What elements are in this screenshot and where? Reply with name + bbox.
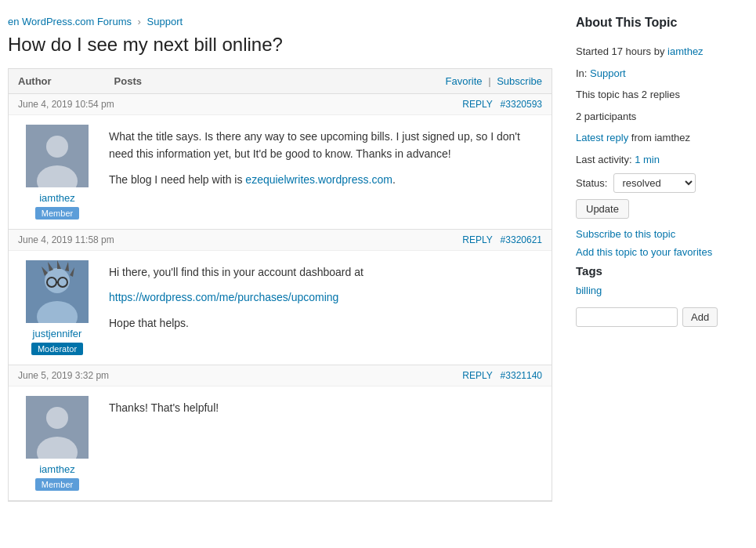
page-title: How do I see my next bill online? bbox=[8, 34, 552, 56]
post-date: June 5, 2019 3:32 pm bbox=[18, 370, 109, 381]
post-meta-bar: June 4, 2019 10:54 pm REPLY #3320593 bbox=[9, 94, 552, 115]
avatar bbox=[26, 396, 89, 459]
status-select[interactable]: resolved not resolved unresolved bbox=[613, 173, 696, 193]
sidebar: About This Topic Started 17 hours by iam… bbox=[576, 16, 740, 502]
svg-point-4 bbox=[45, 268, 70, 293]
post-content: iamthez Member Thanks! That's helpful! bbox=[9, 387, 552, 500]
post-date: June 4, 2019 10:54 pm bbox=[18, 99, 114, 110]
add-tag-input[interactable] bbox=[576, 307, 678, 327]
post-text-2: https://wordpress.com/me/purchases/upcom… bbox=[109, 289, 542, 306]
post-text: What the title says. Is there any way to… bbox=[109, 128, 542, 163]
tag-billing[interactable]: billing bbox=[576, 285, 602, 296]
post-meta-bar: June 5, 2019 3:32 pm REPLY #3321140 bbox=[9, 365, 552, 387]
author-role: Member bbox=[35, 478, 79, 491]
forum-table: Author Posts Favorite | Subscribe June 4… bbox=[8, 68, 552, 502]
reply-link[interactable]: REPLY bbox=[462, 234, 492, 245]
author-role: Member bbox=[35, 207, 79, 220]
breadcrumb: en WordPress.com Forums › Support bbox=[8, 16, 552, 27]
section-link[interactable]: Support bbox=[590, 67, 626, 79]
replies-text: This topic has 2 replies bbox=[576, 87, 740, 103]
post-body: Hi there, you'll find this in your accou… bbox=[109, 260, 542, 355]
post-meta-bar: June 4, 2019 11:58 pm REPLY #3320621 bbox=[9, 230, 552, 251]
post-date: June 4, 2019 11:58 pm bbox=[18, 234, 114, 245]
author-name[interactable]: justjennifer bbox=[33, 328, 82, 339]
status-row: Status: resolved not resolved unresolved bbox=[576, 173, 740, 193]
tags-title: Tags bbox=[576, 264, 740, 278]
in-section: In: Support bbox=[576, 66, 740, 82]
col-posts-label: Posts bbox=[114, 75, 142, 87]
reply-link[interactable]: REPLY bbox=[462, 99, 492, 110]
breadcrumb-site-link[interactable]: en WordPress.com Forums bbox=[8, 16, 132, 27]
latest-reply: Latest reply from iamthez bbox=[576, 130, 740, 146]
subscribe-link[interactable]: Subscribe bbox=[497, 75, 542, 87]
post-content: iamthez Member What the title says. Is t… bbox=[9, 115, 552, 229]
avatar bbox=[26, 260, 89, 323]
author-role: Moderator bbox=[31, 343, 83, 355]
author-column: iamthez Member bbox=[18, 125, 96, 220]
favorite-link[interactable]: Favorite bbox=[446, 75, 483, 87]
last-activity-link[interactable]: 1 min bbox=[635, 154, 660, 165]
breadcrumb-section-link[interactable]: Support bbox=[147, 16, 183, 27]
author-name[interactable]: iamthez bbox=[39, 192, 75, 204]
post-text-3: Hope that helps. bbox=[109, 314, 542, 332]
subscribe-topic-link[interactable]: Subscribe to this topic bbox=[576, 228, 740, 240]
post-text-2: The blog I need help with is ezequielwri… bbox=[109, 171, 542, 188]
reply-link[interactable]: REPLY bbox=[462, 370, 492, 381]
col-author-label: Author bbox=[18, 75, 52, 87]
latest-reply-link[interactable]: Latest reply bbox=[576, 132, 628, 143]
post-content: justjennifer Moderator Hi there, you'll … bbox=[9, 251, 552, 365]
sidebar-title: About This Topic bbox=[576, 16, 740, 34]
breadcrumb-sep: › bbox=[138, 16, 141, 27]
post-body: What the title says. Is there any way to… bbox=[109, 125, 542, 220]
post-text: Hi there, you'll find this in your accou… bbox=[109, 263, 542, 281]
post-id[interactable]: #3320593 bbox=[501, 99, 542, 110]
table-row: June 4, 2019 10:54 pm REPLY #3320593 bbox=[9, 94, 552, 230]
post-body: Thanks! That's helpful! bbox=[109, 396, 542, 491]
started-info: Started 17 hours by iamthez bbox=[576, 44, 740, 60]
author-column: justjennifer Moderator bbox=[18, 260, 96, 355]
author-name[interactable]: iamthez bbox=[39, 463, 75, 475]
svg-point-1 bbox=[46, 136, 68, 158]
participants-text: 2 participants bbox=[576, 109, 740, 125]
author-column: iamthez Member bbox=[18, 396, 96, 491]
favorite-topic-link[interactable]: Add this topic to your favorites bbox=[576, 246, 740, 258]
status-label: Status: bbox=[576, 177, 607, 189]
svg-point-15 bbox=[46, 407, 68, 429]
table-row: June 4, 2019 11:58 pm REPLY #3320621 bbox=[9, 230, 552, 365]
add-tag-button[interactable]: Add bbox=[682, 307, 718, 327]
dashboard-link[interactable]: https://wordpress.com/me/purchases/upcom… bbox=[109, 291, 338, 303]
table-header: Author Posts Favorite | Subscribe bbox=[9, 69, 552, 94]
post-id[interactable]: #3320621 bbox=[501, 234, 542, 245]
header-sep: | bbox=[488, 75, 490, 87]
started-by-link[interactable]: iamthez bbox=[667, 45, 704, 57]
add-tag-row: Add bbox=[576, 307, 740, 327]
blog-link[interactable]: ezequielwrites.wordpress.com bbox=[245, 173, 392, 186]
table-row: June 5, 2019 3:32 pm REPLY #3321140 bbox=[9, 365, 552, 501]
last-activity: Last activity: 1 min bbox=[576, 152, 740, 168]
update-button[interactable]: Update bbox=[576, 199, 629, 219]
avatar bbox=[26, 125, 89, 187]
post-id[interactable]: #3321140 bbox=[501, 370, 542, 381]
post-text: Thanks! That's helpful! bbox=[109, 399, 542, 416]
